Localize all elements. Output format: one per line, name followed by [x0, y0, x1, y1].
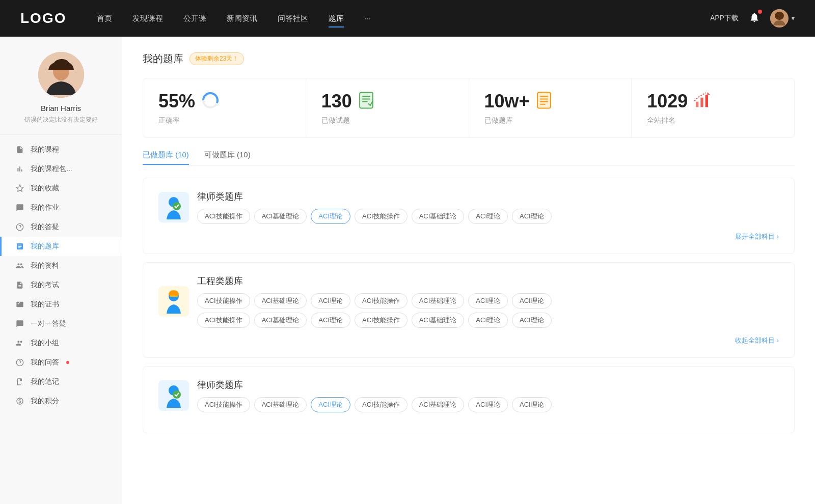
page-title: 我的题库	[143, 52, 183, 66]
tag[interactable]: ACI技能操作	[355, 293, 408, 309]
qa-icon	[15, 222, 24, 232]
sidebar-item-questions[interactable]: 我的问答	[0, 353, 122, 372]
sidebar-item-qa[interactable]: 我的答疑	[0, 217, 122, 237]
tag[interactable]: ACI基础理论	[412, 209, 465, 224]
tag[interactable]: ACI技能操作	[197, 293, 250, 309]
page-header: 我的题库 体验剩余23天！	[143, 52, 795, 66]
nav-home[interactable]: 首页	[97, 12, 112, 25]
sidebar-item-tutoring[interactable]: 一对一答疑	[0, 314, 122, 333]
profile-section: Brian Harris 错误的决定比没有决定要好	[0, 52, 122, 135]
sidebar-item-exam[interactable]: 我的考试	[0, 275, 122, 295]
tag[interactable]: ACI基础理论	[412, 313, 465, 328]
tag[interactable]: ACI技能操作	[355, 313, 408, 328]
tag[interactable]: ACI基础理论	[254, 209, 307, 224]
engineer-icon	[158, 286, 189, 317]
stat-accuracy: 55% 正确率	[143, 78, 306, 137]
tag[interactable]: ACI技能操作	[197, 397, 250, 412]
svg-rect-24	[696, 102, 698, 107]
nav-discover[interactable]: 发现课程	[132, 12, 163, 25]
bank-title-2: 工程类题库	[197, 275, 779, 287]
tag[interactable]: ACI理论	[468, 209, 508, 224]
sidebar-label: 我的题库	[31, 242, 59, 251]
svg-rect-13	[360, 93, 373, 108]
tag[interactable]: ACI基础理论	[254, 293, 307, 309]
star-icon	[15, 184, 24, 193]
sidebar-item-points[interactable]: 我的积分	[0, 391, 122, 411]
tag[interactable]: ACI理论	[311, 313, 350, 328]
tag[interactable]: ACI理论	[468, 397, 508, 412]
sidebar-item-group[interactable]: 我的小组	[0, 333, 122, 353]
tag[interactable]: ACI技能操作	[197, 313, 250, 328]
nav-open-course[interactable]: 公开课	[183, 12, 206, 25]
bank-tags-3: ACI技能操作 ACI基础理论 ACI理论 ACI技能操作 ACI基础理论 AC…	[197, 397, 779, 412]
tag[interactable]: ACI理论	[512, 313, 552, 328]
expand-button-1[interactable]: 展开全部科目 ›	[158, 232, 779, 241]
user-avatar[interactable]: ▾	[770, 9, 795, 27]
main-wrapper: Brian Harris 错误的决定比没有决定要好 我的课程 我的课程包...	[0, 37, 815, 504]
sidebar-label: 我的答疑	[31, 222, 59, 232]
bank-card-header-2: 工程类题库 ACI技能操作 ACI基础理论 ACI理论 ACI技能操作 ACI基…	[158, 275, 779, 328]
svg-rect-25	[701, 98, 703, 107]
sidebar-item-certificate[interactable]: 我的证书	[0, 295, 122, 314]
group-icon	[15, 339, 24, 348]
tab-done[interactable]: 已做题库 (10)	[143, 150, 189, 165]
sidebar-item-course-package[interactable]: 我的课程包...	[0, 159, 122, 179]
tag-active[interactable]: ACI理论	[311, 209, 350, 224]
tag[interactable]: ACI理论	[512, 293, 552, 309]
notification-bell[interactable]	[749, 12, 760, 25]
collapse-button-2[interactable]: 收起全部科目 ›	[158, 336, 779, 345]
sidebar-label: 一对一答疑	[31, 319, 66, 328]
nav-bank[interactable]: 题库	[329, 12, 344, 25]
stat-value-banks: 10w+	[484, 91, 530, 112]
sidebar-item-question-bank[interactable]: 我的题库	[0, 237, 122, 256]
sidebar-item-profile[interactable]: 我的资料	[0, 256, 122, 275]
stat-value-done: 130	[321, 91, 352, 112]
stat-label-done: 已做试题	[321, 116, 453, 125]
tag[interactable]: ACI理论	[512, 209, 552, 224]
tag[interactable]: ACI技能操作	[355, 209, 408, 224]
tag[interactable]: ACI基础理论	[254, 313, 307, 328]
sidebar-label: 我的小组	[31, 339, 59, 348]
tag-active[interactable]: ACI理论	[311, 397, 350, 412]
tag[interactable]: ACI理论	[512, 397, 552, 412]
tag[interactable]: ACI基础理论	[254, 397, 307, 412]
sidebar-label: 我的证书	[31, 300, 59, 309]
doc-icon	[358, 91, 374, 111]
svg-rect-18	[537, 93, 551, 108]
sidebar-item-favorites[interactable]: 我的收藏	[0, 179, 122, 198]
unread-dot	[66, 361, 69, 364]
chevron-down-icon: ▾	[792, 15, 795, 22]
nav-qa[interactable]: 问答社区	[278, 12, 308, 25]
tag[interactable]: ACI理论	[468, 313, 508, 328]
list-icon	[536, 91, 552, 111]
svg-rect-26	[705, 95, 708, 107]
tag[interactable]: ACI基础理论	[412, 397, 465, 412]
bank-tags-2-row1: ACI技能操作 ACI基础理论 ACI理论 ACI技能操作 ACI基础理论 AC…	[197, 293, 779, 309]
tag[interactable]: ACI理论	[311, 293, 350, 309]
bank-title-1: 律师类题库	[197, 190, 779, 203]
profile-icon	[15, 261, 24, 270]
sidebar-item-courses[interactable]: 我的课程	[0, 140, 122, 159]
tag[interactable]: ACI技能操作	[355, 397, 408, 412]
stat-label-ranking: 全站排名	[647, 116, 779, 125]
svg-point-29	[173, 202, 181, 210]
sidebar-menu: 我的课程 我的课程包... 我的收藏 我的作业	[0, 140, 122, 421]
lawyer-icon-2	[158, 380, 189, 411]
svg-rect-32	[170, 295, 178, 297]
tag[interactable]: ACI基础理论	[412, 293, 465, 309]
app-download-button[interactable]: APP下载	[710, 14, 739, 23]
donut-chart-icon	[201, 91, 220, 111]
sidebar-item-notes[interactable]: 我的笔记	[0, 372, 122, 391]
tag[interactable]: ACI理论	[468, 293, 508, 309]
sidebar-label: 我的课程	[31, 145, 59, 154]
nav-more[interactable]: ···	[364, 12, 371, 25]
tag[interactable]: ACI技能操作	[197, 209, 250, 224]
nav-news[interactable]: 新闻资讯	[227, 12, 257, 25]
profile-motto: 错误的决定比没有决定要好	[14, 116, 108, 124]
stat-ranking: 1029 全站排名	[632, 78, 794, 137]
profile-avatar	[38, 52, 84, 98]
sidebar-label: 我的考试	[31, 281, 59, 290]
sidebar: Brian Harris 错误的决定比没有决定要好 我的课程 我的课程包...	[0, 37, 122, 504]
sidebar-item-homework[interactable]: 我的作业	[0, 198, 122, 217]
tab-available[interactable]: 可做题库 (10)	[204, 150, 251, 165]
